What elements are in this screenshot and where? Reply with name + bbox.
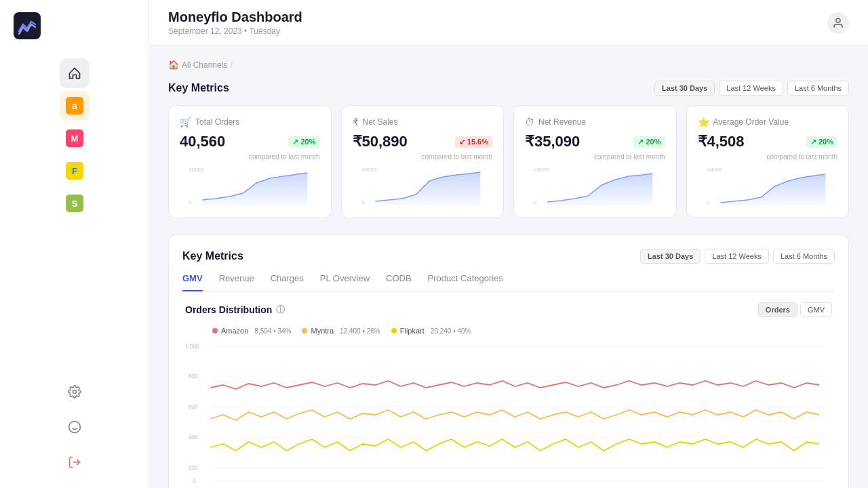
filter-6months-1[interactable]: Last 6 Months: [787, 81, 849, 96]
chart-header: Orders Distribution ⓘ Orders GMV: [185, 302, 832, 317]
section1-title: Key Metrics: [168, 82, 229, 94]
svg-text:400: 400: [189, 434, 198, 441]
aov-compare: compared to last month: [698, 153, 838, 161]
svg-text:0: 0: [361, 199, 365, 205]
filter-12weeks-2[interactable]: Last 12 Weeks: [705, 249, 769, 264]
svg-text:0: 0: [193, 478, 196, 485]
metric-card-net-sales: ₹ Net Sales ₹50,890 ↙ 15.6% compared to …: [341, 105, 505, 218]
tabs: GMV Revenue Charges PL Overview CODB Pro…: [182, 273, 835, 291]
time-filters-1: Last 30 Days Last 12 Weeks Last 6 Months: [654, 81, 849, 96]
legend-amazon-name: Amazon: [221, 327, 248, 335]
sidebar-item-flipkart[interactable]: F: [60, 156, 90, 186]
sidebar-nav: a M F S: [0, 52, 149, 366]
net-sales-icon: ₹: [353, 117, 359, 127]
aov-badge: ↗ 20%: [806, 136, 837, 148]
svg-text:600: 600: [189, 403, 198, 410]
sidebar: a M F S: [0, 0, 149, 488]
section2: Key Metrics Last 30 Days Last 12 Weeks L…: [168, 235, 849, 488]
app-date: September 12, 2023 • Tuesday: [168, 26, 302, 36]
total-orders-badge: ↗ 20%: [288, 136, 319, 148]
user-icon[interactable]: [827, 12, 849, 34]
filter-6months-2[interactable]: Last 6 Months: [773, 249, 835, 264]
total-orders-chart: 40000 0: [180, 166, 320, 207]
metrics-grid: 🛒 Total Orders 40,560 ↗ 20% compared to …: [168, 105, 849, 218]
tab-gmv[interactable]: GMV: [182, 273, 203, 291]
toggle-gmv[interactable]: GMV: [800, 302, 832, 317]
section2-title: Key Metrics: [182, 250, 243, 262]
net-sales-compare: compared to last month: [353, 153, 493, 161]
legend-myntra-name: Myntra: [311, 327, 334, 335]
toggle-orders[interactable]: Orders: [758, 302, 797, 317]
svg-text:40000: 40000: [707, 167, 722, 173]
legend-flipkart: Flipkart 20,240 • 40%: [391, 327, 471, 335]
sidebar-item-home[interactable]: [60, 58, 90, 88]
chart-info-icon: ⓘ: [276, 304, 285, 316]
filter-30days-1[interactable]: Last 30 Days: [654, 81, 715, 96]
total-orders-label: Total Orders: [195, 117, 239, 127]
net-sales-badge: ↙ 15.6%: [455, 136, 492, 148]
svg-text:0: 0: [534, 199, 537, 205]
legend-myntra-value: 12,400 • 26%: [340, 327, 380, 335]
chart-svg-wrap: 1,000 800 600 400 200 0: [185, 339, 832, 488]
header-text: Moneyflo Dashboard September 12, 2023 • …: [168, 9, 302, 36]
legend-myntra: Myntra 12,400 • 26%: [302, 327, 380, 335]
aov-icon: ⭐: [698, 117, 709, 127]
tab-pl-overview[interactable]: PL Overview: [320, 273, 370, 291]
svg-text:40000: 40000: [534, 167, 549, 173]
svg-text:0: 0: [707, 199, 710, 205]
svg-point-10: [68, 422, 80, 433]
svg-text:F: F: [72, 166, 77, 176]
svg-text:1,000: 1,000: [185, 343, 199, 350]
breadcrumb-text: All Channels: [182, 60, 227, 70]
net-revenue-compare: compared to last month: [525, 153, 665, 161]
sidebar-item-myntra[interactable]: M: [60, 123, 90, 153]
content: 🏠 All Channels / Key Metrics Last 30 Day…: [149, 46, 868, 488]
logout-icon[interactable]: [60, 447, 90, 477]
chart-title: Orders Distribution ⓘ: [185, 304, 285, 316]
tab-revenue[interactable]: Revenue: [219, 273, 254, 291]
legend-flipkart-name: Flipkart: [400, 327, 425, 335]
net-sales-value: ₹50,890: [353, 133, 408, 150]
svg-rect-0: [14, 12, 41, 39]
aov-chart: 40000 0: [698, 166, 838, 207]
breadcrumb: 🏠 All Channels /: [168, 60, 849, 70]
section2-header: Key Metrics Last 30 Days Last 12 Weeks L…: [182, 249, 835, 264]
svg-text:M: M: [71, 134, 78, 144]
svg-text:200: 200: [189, 464, 198, 471]
net-revenue-icon: ⏱: [525, 117, 534, 127]
total-orders-icon: 🛒: [180, 117, 191, 127]
total-orders-value: 40,560: [180, 133, 225, 150]
section1-header: Key Metrics Last 30 Days Last 12 Weeks L…: [168, 81, 849, 96]
filter-12weeks-1[interactable]: Last 12 Weeks: [719, 81, 783, 96]
tab-charges[interactable]: Charges: [271, 273, 304, 291]
tab-product-categories[interactable]: Product Categories: [428, 273, 503, 291]
sidebar-item-shopify[interactable]: S: [60, 188, 90, 218]
net-revenue-chart: 40000 0: [525, 166, 665, 207]
header: Moneyflo Dashboard September 12, 2023 • …: [149, 0, 868, 46]
sidebar-bottom: [0, 366, 149, 488]
svg-text:S: S: [71, 199, 77, 209]
settings-icon[interactable]: [60, 377, 90, 407]
metric-card-net-revenue: ⏱ Net Revenue ₹35,090 ↗ 20% compared to …: [513, 105, 677, 218]
chart-legend: Amazon 8,504 • 34% Myntra 12,400 • 26% F…: [185, 327, 832, 335]
legend-amazon-value: 8,504 • 34%: [254, 327, 291, 335]
metric-card-aov: ⭐ Average Order Value ₹4,508 ↗ 20% compa…: [686, 105, 850, 218]
aov-value: ₹4,508: [698, 133, 745, 150]
svg-text:0: 0: [189, 199, 192, 205]
support-icon[interactable]: [60, 412, 90, 442]
home-breadcrumb-icon: 🏠: [168, 60, 179, 70]
net-sales-label: Net Sales: [363, 117, 398, 127]
total-orders-compare: compared to last month: [180, 153, 320, 161]
svg-text:a: a: [72, 100, 77, 111]
legend-amazon: Amazon 8,504 • 34%: [212, 327, 291, 335]
metric-card-total-orders: 🛒 Total Orders 40,560 ↗ 20% compared to …: [168, 105, 332, 218]
tab-codb[interactable]: CODB: [386, 273, 412, 291]
logo: [0, 0, 149, 52]
app-title: Moneyflo Dashboard: [168, 9, 302, 25]
time-filters-2: Last 30 Days Last 12 Weeks Last 6 Months: [640, 249, 835, 264]
svg-text:800: 800: [189, 373, 198, 380]
svg-point-14: [836, 18, 840, 22]
svg-point-9: [73, 390, 76, 394]
sidebar-item-amazon[interactable]: a: [60, 91, 90, 121]
filter-30days-2[interactable]: Last 30 Days: [640, 249, 701, 264]
